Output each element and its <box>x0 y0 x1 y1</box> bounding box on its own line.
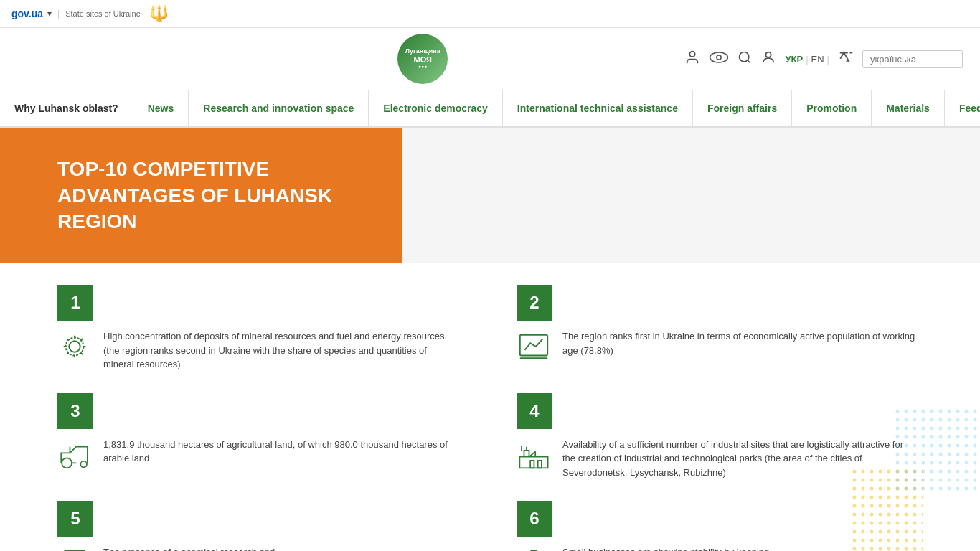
badge-4: 4 <box>517 393 552 429</box>
hero-title: TOP-10 COMPETITIVE ADVANTAGES OF LUHANSK… <box>57 156 344 235</box>
advantage-6: 6 Small businesses are showing stability… <box>517 501 918 551</box>
advantage-6-content: Small businesses are showing stability b… <box>517 545 918 551</box>
svg-point-0 <box>690 51 695 56</box>
search-input[interactable] <box>862 50 963 68</box>
badge-2: 2 <box>517 285 552 321</box>
svg-point-11 <box>62 458 72 468</box>
advantage-6-text: Small businesses are showing stability b… <box>562 545 769 551</box>
factory-icon <box>517 438 551 474</box>
logo-text: Луганщина МОЯ ●●● <box>405 48 440 70</box>
advantage-4: 4 Availability of a sufficient number of… <box>517 393 918 480</box>
advantage-5-content: The presence of a chemical research and <box>57 545 459 551</box>
svg-rect-17 <box>530 461 534 468</box>
advantage-1-content: High concentration of deposits of minera… <box>57 329 459 372</box>
gear-icon <box>57 329 92 366</box>
advantage-5: 5 The presence of a chemical research an… <box>57 501 459 551</box>
badge-5: 5 <box>57 501 93 537</box>
nav-item-research[interactable]: Research and innovation space <box>189 90 369 126</box>
nav-item-news[interactable]: News <box>133 90 189 126</box>
svg-point-5 <box>766 52 771 57</box>
svg-line-4 <box>748 60 750 62</box>
advantage-3: 3 1,831.9 thousand hectares of agricultu… <box>57 393 459 480</box>
advantage-2-content: The region ranks first in Ukraine in ter… <box>517 329 918 366</box>
advantage-1: 1 High concentration of deposits of mine… <box>57 285 459 372</box>
nav-item-feedback[interactable]: Feedback <box>945 90 980 126</box>
gov-ua-label: gov.ua <box>11 8 43 19</box>
advantages-grid: 1 High concentration of deposits of mine… <box>57 285 918 551</box>
search-icon[interactable] <box>738 50 752 68</box>
lang-separator1: | <box>806 54 808 65</box>
main-content: 1 High concentration of deposits of mine… <box>0 263 980 551</box>
gov-dropdown-icon[interactable]: ▾ <box>47 9 52 19</box>
nav-item-materials[interactable]: Materials <box>872 90 945 126</box>
advantage-2: 2 The region ranks first in Ukraine in t… <box>517 285 918 372</box>
site-header: Луганщина МОЯ ●●● <box>0 28 980 90</box>
gov-logo[interactable]: gov.ua ▾ <box>11 8 52 19</box>
chemistry-icon <box>57 545 92 551</box>
translate-icon[interactable] <box>838 50 854 68</box>
header-icons: УКР | EN | <box>684 50 963 69</box>
nav-item-foreign[interactable]: Foreign affairs <box>693 90 792 126</box>
svg-point-7 <box>69 342 80 352</box>
nav-item-promotion[interactable]: Promotion <box>792 90 872 126</box>
svg-point-12 <box>80 461 87 468</box>
advantage-4-content: Availability of a sufficient number of i… <box>517 438 918 480</box>
badge-3: 3 <box>57 393 93 429</box>
person-icon[interactable] <box>684 50 700 69</box>
trident-emblem: 🔱 <box>149 4 169 23</box>
tractor-icon <box>57 438 92 474</box>
account-icon[interactable] <box>760 50 776 69</box>
badge-1: 1 <box>57 285 93 321</box>
advantage-3-text: 1,831.9 thousand hectares of agricultura… <box>103 438 459 466</box>
top-bar: gov.ua ▾ | State sites of Ukraine 🔱 <box>0 0 980 28</box>
badge-6: 6 <box>517 501 552 537</box>
hero-banner: TOP-10 COMPETITIVE ADVANTAGES OF LUHANSK… <box>0 128 402 263</box>
advantage-3-content: 1,831.9 thousand hectares of agricultura… <box>57 438 459 474</box>
svg-point-1 <box>710 52 728 62</box>
svg-rect-18 <box>538 461 542 468</box>
person-business-icon <box>517 545 551 551</box>
main-navigation: Why Luhansk oblast? News Research and in… <box>0 90 980 128</box>
advantage-2-text: The region ranks first in Ukraine in ter… <box>562 329 918 357</box>
advantage-5-text: The presence of a chemical research and <box>103 545 275 551</box>
lang-en[interactable]: EN <box>811 54 824 65</box>
nav-item-electronic[interactable]: Electronic democracy <box>369 90 503 126</box>
state-sites-label: State sites of Ukraine <box>65 9 141 18</box>
lang-separator2: | <box>827 54 829 65</box>
nav-item-international[interactable]: International technical assistance <box>503 90 693 126</box>
svg-point-8 <box>66 338 84 356</box>
lang-switcher[interactable]: УКР | EN | <box>785 54 829 65</box>
logo-circle: Луганщина МОЯ ●●● <box>397 34 448 84</box>
advantage-4-text: Availability of a sufficient number of i… <box>562 438 918 480</box>
nav-item-why-luhansk[interactable]: Why Luhansk oblast? <box>0 90 133 126</box>
svg-point-3 <box>740 52 749 61</box>
advantage-1-text: High concentration of deposits of minera… <box>103 329 459 372</box>
lang-ukr[interactable]: УКР <box>785 54 803 65</box>
site-logo[interactable]: Луганщина МОЯ ●●● <box>397 34 448 84</box>
chart-icon <box>517 329 551 366</box>
accessibility-icon[interactable] <box>709 50 729 69</box>
svg-point-2 <box>717 55 721 59</box>
